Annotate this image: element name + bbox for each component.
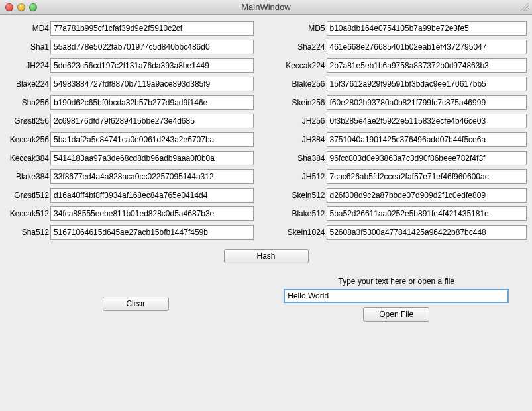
hash-row: Sha1 xyxy=(5,40,254,54)
resize-icon xyxy=(520,2,529,11)
hash-row: Sha384 xyxy=(279,151,527,165)
hash-output[interactable] xyxy=(327,40,527,54)
hash-output[interactable] xyxy=(327,151,527,165)
hash-row: MD5 xyxy=(279,21,527,36)
hash-output[interactable] xyxy=(50,77,254,91)
hash-output[interactable] xyxy=(50,206,254,221)
hash-row: JH224 xyxy=(5,58,254,73)
hash-row: Grøstl512 xyxy=(5,188,254,203)
hash-output[interactable] xyxy=(327,169,527,184)
hash-row: Grøstl256 xyxy=(5,114,254,128)
hash-output[interactable] xyxy=(327,206,527,221)
minimize-icon[interactable] xyxy=(17,3,25,11)
text-input[interactable] xyxy=(284,289,509,303)
hash-label: Skein1024 xyxy=(279,228,327,237)
hash-output[interactable] xyxy=(50,169,254,184)
hash-label: JH224 xyxy=(5,61,50,70)
hash-output[interactable] xyxy=(50,58,254,73)
open-file-button[interactable]: Open File xyxy=(363,307,429,322)
hash-output[interactable] xyxy=(50,225,254,240)
hash-row: Sha224 xyxy=(279,40,527,54)
hash-label: Grøstl256 xyxy=(5,116,50,126)
hash-row: JH256 xyxy=(279,114,527,128)
window-title: MainWindow xyxy=(0,2,532,12)
hash-row: Skein256 xyxy=(279,95,527,110)
hash-row: JH384 xyxy=(279,132,527,147)
hash-column-left: MD4 Sha1 JH224 Blake224 Sha256 Grøstl256… xyxy=(5,21,254,240)
close-icon[interactable] xyxy=(5,3,13,11)
hash-output[interactable] xyxy=(327,225,527,240)
hash-row: Keccak512 xyxy=(5,206,254,221)
hash-output[interactable] xyxy=(50,151,254,165)
titlebar: MainWindow xyxy=(0,0,532,15)
hash-row: Sha512 xyxy=(5,225,254,240)
hash-output[interactable] xyxy=(327,114,527,128)
hash-label: Skein256 xyxy=(279,98,327,107)
hash-columns: MD4 Sha1 JH224 Blake224 Sha256 Grøstl256… xyxy=(5,21,527,240)
hash-row: Blake384 xyxy=(5,169,254,184)
hash-row: Blake512 xyxy=(279,206,527,221)
content-area: MD4 Sha1 JH224 Blake224 Sha256 Grøstl256… xyxy=(0,15,532,411)
hash-row: Blake256 xyxy=(279,77,527,91)
hash-label: Keccak384 xyxy=(5,154,50,163)
hash-row: Skein1024 xyxy=(279,225,527,240)
hash-output[interactable] xyxy=(327,58,527,73)
hash-row: Sha256 xyxy=(5,95,254,110)
hash-label: JH256 xyxy=(279,116,327,126)
hash-column-right: MD5 Sha224 Keccak224 Blake256 Skein256 J… xyxy=(279,21,527,240)
main-window: MainWindow MD4 Sha1 JH224 Blake224 Sha25… xyxy=(0,0,532,411)
hash-output[interactable] xyxy=(50,132,254,147)
hash-label: Skein512 xyxy=(279,191,327,200)
hash-output[interactable] xyxy=(327,132,527,147)
hash-output[interactable] xyxy=(50,21,254,36)
hash-output[interactable] xyxy=(327,21,527,36)
hash-label: Sha256 xyxy=(5,98,50,107)
hash-row: Keccak224 xyxy=(279,58,527,73)
hash-row: JH512 xyxy=(279,169,527,184)
hash-label: Blake384 xyxy=(5,172,50,181)
hash-label: JH512 xyxy=(279,172,327,181)
hash-label: Keccak256 xyxy=(5,135,50,144)
hash-output[interactable] xyxy=(327,77,527,91)
hash-label: Keccak224 xyxy=(279,61,327,70)
hash-label: Blake256 xyxy=(279,79,327,89)
hash-output[interactable] xyxy=(327,95,527,110)
hash-label: MD4 xyxy=(5,24,50,33)
hash-row: MD4 xyxy=(5,21,254,36)
input-hint: Type your text here or open a file xyxy=(339,277,454,286)
bottom-area: Clear Type your text here or open a file… xyxy=(5,277,527,322)
hash-row: Blake224 xyxy=(5,77,254,91)
hash-label: Sha224 xyxy=(279,42,327,52)
hash-label: Sha512 xyxy=(5,228,50,237)
zoom-icon[interactable] xyxy=(29,3,37,11)
hash-label: Blake224 xyxy=(5,79,50,89)
hash-label: Grøstl512 xyxy=(5,191,50,200)
hash-label: JH384 xyxy=(279,135,327,144)
hash-output[interactable] xyxy=(327,188,527,203)
hash-button[interactable]: Hash xyxy=(224,249,309,263)
hash-row: Skein512 xyxy=(279,188,527,203)
hash-output[interactable] xyxy=(50,188,254,203)
hash-label: MD5 xyxy=(279,24,327,33)
hash-row: Keccak256 xyxy=(5,132,254,147)
window-controls xyxy=(0,3,37,11)
hash-output[interactable] xyxy=(50,114,254,128)
hash-output[interactable] xyxy=(50,40,254,54)
clear-button[interactable]: Clear xyxy=(103,297,169,311)
hash-label: Sha384 xyxy=(279,154,327,163)
hash-output[interactable] xyxy=(50,95,254,110)
hash-label: Keccak512 xyxy=(5,209,50,218)
hash-label: Blake512 xyxy=(279,209,327,218)
hash-row: Keccak384 xyxy=(5,151,254,165)
hash-label: Sha1 xyxy=(5,42,50,52)
